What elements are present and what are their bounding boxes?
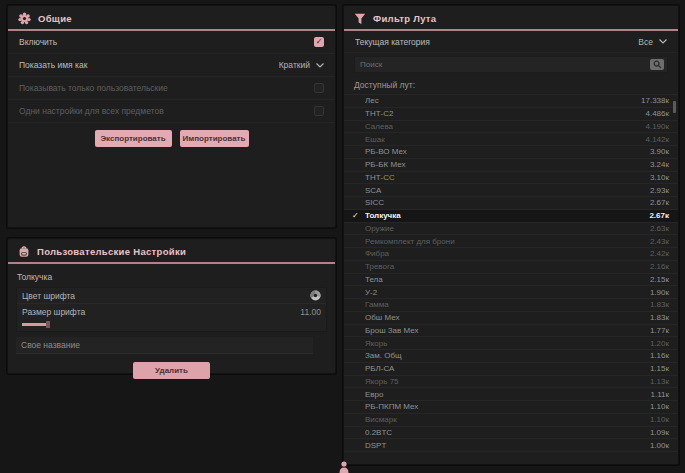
loot-row[interactable]: ✓Ешак4.142к xyxy=(344,133,678,146)
loot-item-name: Фибра xyxy=(365,249,650,258)
loot-item-value: 1.09к xyxy=(650,428,669,437)
loot-row[interactable]: ✓РБЛ-СА1.15к xyxy=(344,363,678,376)
loot-list: ✓Лес17.338к✓ТНТ-С24.486к✓Салева4.190к✓Еш… xyxy=(344,94,678,452)
loot-item-value: 2.93к xyxy=(650,186,669,195)
general-panel-title: Общие xyxy=(38,13,72,24)
loot-row[interactable]: ✓Ремкомплект для брони2.43к xyxy=(344,235,678,248)
category-value: Все xyxy=(638,37,653,47)
loot-row[interactable]: ✓Якорь1.20к xyxy=(344,337,678,350)
loot-item-name: Ремкомплект для брони xyxy=(365,237,650,246)
scrollbar-thumb[interactable] xyxy=(673,101,676,113)
chevron-down-icon xyxy=(659,39,667,44)
search-input[interactable] xyxy=(358,59,650,70)
loot-row[interactable]: ✓РБ-БК Мех3.24к xyxy=(344,159,678,172)
loot-item-name: SICC xyxy=(365,198,650,207)
selected-group-label: Толкучка xyxy=(8,264,335,287)
loot-row[interactable]: ✓Салева4.190к xyxy=(344,121,678,134)
search-icon[interactable] xyxy=(650,59,664,70)
loot-item-value: 1.11к xyxy=(651,390,669,399)
color-wheel-icon[interactable] xyxy=(310,290,321,301)
font-color-row: Цвет шрифта xyxy=(17,288,326,304)
delete-button[interactable]: Удалить xyxy=(133,362,210,379)
loot-row[interactable]: ✓Фибра2.42к xyxy=(344,248,678,261)
custom-settings-header: Пользовательские Настройки xyxy=(8,239,335,264)
loot-row[interactable]: ✓SICC2.67к xyxy=(344,197,678,210)
loot-item-name: SCA xyxy=(365,186,650,195)
loot-item-name: РБ-ВО Мех xyxy=(365,147,650,156)
loot-list-scrollbar[interactable] xyxy=(673,101,676,454)
general-panel: Общие Включить ✓ Показать имя как Кратки… xyxy=(7,5,336,228)
category-row: Текущая категория Все xyxy=(344,31,678,53)
loot-item-name: Евро xyxy=(365,390,651,399)
font-size-block: Размер шрифта 11.00 xyxy=(17,304,326,328)
loot-item-value: 3.10к xyxy=(650,173,669,182)
loot-item-name: ТНТ-С2 xyxy=(365,109,645,118)
loot-item-value: 4.486к xyxy=(645,109,669,118)
loot-row[interactable]: ✓0.2BTC1.09к xyxy=(344,427,678,440)
loot-row[interactable]: ✓SCA2.93к xyxy=(344,184,678,197)
loot-row[interactable]: ✓Оружие2.63к xyxy=(344,223,678,236)
loot-item-value: 1.10к xyxy=(650,402,669,411)
loot-filter-panel: Фильтр Лута Текущая категория Все Доступ… xyxy=(343,5,679,465)
loot-row[interactable]: ✓ТНТ-СС3.10к xyxy=(344,172,678,185)
enable-checkbox[interactable]: ✓ xyxy=(314,37,324,47)
loot-item-value: 2.42к xyxy=(650,249,669,258)
import-button[interactable]: Импортировать xyxy=(180,130,249,147)
same-settings-checkbox[interactable] xyxy=(314,106,324,116)
name-display-label: Показать имя как xyxy=(19,60,87,70)
general-panel-header: Общие xyxy=(8,6,335,31)
loot-item-value: 1.83к xyxy=(650,300,669,309)
loot-row[interactable]: ✓РБ-ПКПМ Мех1.10к xyxy=(344,401,678,414)
loot-item-value: 1.20к xyxy=(650,339,669,348)
loot-item-value: 2.67к xyxy=(649,211,669,220)
custom-only-checkbox[interactable] xyxy=(314,83,324,93)
custom-name-input[interactable] xyxy=(16,337,313,354)
loot-item-value: 3.24к xyxy=(650,160,669,169)
category-dropdown[interactable]: Все xyxy=(638,37,667,47)
loot-item-name: Якорь 75 xyxy=(365,377,650,386)
loot-item-value: 2.63к xyxy=(650,224,669,233)
font-size-label: Размер шрифта xyxy=(22,307,85,317)
loot-item-value: 1.13к xyxy=(650,377,669,386)
slider-thumb[interactable] xyxy=(46,321,50,328)
loot-item-value: 2.67к xyxy=(650,198,669,207)
loot-item-name: РБ-ПКПМ Мех xyxy=(365,402,650,411)
loot-item-name: РБЛ-СА xyxy=(365,364,650,373)
loot-item-name: РБ-БК Мех xyxy=(365,160,650,169)
loot-row[interactable]: ✓Тела2.15к xyxy=(344,274,678,287)
loot-row[interactable]: ✓Тревога2.16к xyxy=(344,261,678,274)
loot-item-name: DSPT xyxy=(365,441,650,450)
export-button[interactable]: Экспортировать xyxy=(95,130,172,147)
loot-row[interactable]: ✓Лес17.338к xyxy=(344,95,678,108)
loot-row[interactable]: ✓У-21.90к xyxy=(344,286,678,299)
loot-item-name: Брош Зав Мех xyxy=(365,326,650,335)
loot-row[interactable]: ✓DSPT1.00к xyxy=(344,439,678,452)
loot-row[interactable]: ✓РБ-ВО Мех3.90к xyxy=(344,146,678,159)
font-size-slider[interactable] xyxy=(22,320,321,328)
loot-item-value: 2.15к xyxy=(650,275,669,284)
setting-row-enable: Включить ✓ xyxy=(8,31,335,54)
name-display-dropdown[interactable]: Краткий xyxy=(279,60,324,70)
loot-row[interactable]: ✓Евро1.11к xyxy=(344,388,678,401)
loot-filter-title: Фильтр Лута xyxy=(373,13,436,24)
loot-item-value: 3.90к xyxy=(650,147,669,156)
loot-item-name: Висмарк xyxy=(365,415,650,424)
loot-item-name: Зам. Общ xyxy=(365,351,650,360)
loot-row[interactable]: ✓Якорь 751.13к xyxy=(344,376,678,389)
selected-check-icon: ✓ xyxy=(352,211,365,220)
loot-row[interactable]: ✓ТНТ-С24.486к xyxy=(344,108,678,121)
enable-label: Включить xyxy=(19,37,57,47)
loot-item-name: Салева xyxy=(365,122,645,131)
loot-row[interactable]: ✓Зам. Общ1.16к xyxy=(344,350,678,363)
loot-row[interactable]: ✓Висмарк1.10к xyxy=(344,414,678,427)
loot-row[interactable]: ✓Толкучка2.67к xyxy=(344,210,678,223)
loot-row[interactable]: ✓Гамма1.83к xyxy=(344,299,678,312)
loot-item-name: Лес xyxy=(365,96,641,105)
custom-settings-panel: Пользовательские Настройки Толкучка Цвет… xyxy=(7,238,336,374)
loot-row[interactable]: ✓Обш Мех1.83к xyxy=(344,312,678,325)
loot-item-value: 1.16к xyxy=(650,351,669,360)
font-color-label: Цвет шрифта xyxy=(22,291,75,301)
loot-item-name: У-2 xyxy=(365,288,650,297)
loot-row[interactable]: ✓Брош Зав Мех1.77к xyxy=(344,325,678,338)
drag-handle-icon[interactable] xyxy=(336,458,352,473)
